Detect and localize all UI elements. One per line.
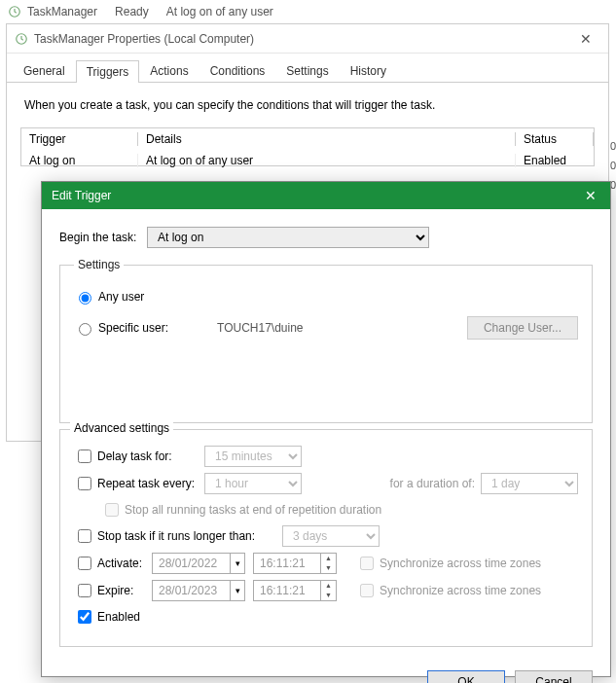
cancel-button[interactable]: Cancel — [515, 670, 593, 683]
repeat-row: Repeat task every: 1 hour for a duration… — [74, 473, 578, 494]
ok-button[interactable]: OK — [427, 670, 505, 683]
specific-user-value: TOUCH17\duine — [217, 321, 304, 335]
expire-sync-label: Synchronize across time zones — [380, 584, 541, 597]
change-user-button[interactable]: Change User... — [467, 316, 578, 340]
activate-time-input[interactable] — [253, 553, 321, 574]
dialog-buttons: OK Cancel — [42, 661, 610, 683]
delay-label: Delay task for: — [97, 449, 204, 463]
expire-time-box: ▲▼ — [253, 580, 337, 601]
duration-select[interactable]: 1 day — [481, 473, 578, 494]
stop-all-row: Stop all running tasks at end of repetit… — [74, 500, 578, 520]
activate-sync-checkbox[interactable] — [360, 557, 374, 570]
expire-row: Expire: ▾ ▲▼ Synchronize across time zon… — [74, 580, 578, 601]
tab-triggers[interactable]: Triggers — [76, 60, 140, 83]
chevron-down-icon[interactable]: ▾ — [230, 580, 245, 601]
enabled-checkbox[interactable] — [78, 610, 91, 624]
dialog-body: Begin the task: At log on Settings Any u… — [42, 209, 610, 661]
expire-date-combo[interactable]: ▾ — [152, 580, 245, 601]
col-status[interactable]: Status — [516, 132, 594, 146]
app-name-text: TaskManager — [27, 5, 97, 18]
stop-all-checkbox[interactable] — [105, 503, 119, 517]
repeat-checkbox[interactable] — [78, 477, 91, 490]
table-row[interactable]: At log on At log on of any user Enabled — [21, 150, 594, 171]
begin-task-label: Begin the task: — [59, 231, 147, 244]
time-spinner[interactable]: ▲▼ — [321, 580, 337, 601]
cell-trigger: At log on — [21, 154, 138, 167]
scheduler-topbar: TaskManager Ready At log on of any user — [0, 0, 616, 23]
clock-gear-icon — [8, 5, 21, 18]
triggers-table: Trigger Details Status At log on At log … — [20, 127, 595, 166]
expire-label: Expire: — [97, 584, 152, 597]
tab-strip: General Triggers Actions Conditions Sett… — [7, 54, 608, 83]
stop-all-label: Stop all running tasks at end of repetit… — [125, 503, 381, 517]
activate-time-box: ▲▼ — [253, 553, 337, 574]
dialog-title: Edit Trigger — [52, 189, 111, 202]
any-user-row: Any user — [74, 289, 578, 305]
properties-titlebar[interactable]: TaskManager Properties (Local Computer) … — [7, 24, 608, 54]
edit-trigger-dialog: Edit Trigger ✕ Begin the task: At log on… — [41, 181, 611, 677]
expire-sync-checkbox[interactable] — [360, 584, 374, 597]
tab-conditions[interactable]: Conditions — [199, 59, 276, 82]
tab-general[interactable]: General — [13, 59, 76, 82]
stop-if-row: Stop task if it runs longer than: 3 days — [74, 525, 578, 547]
specific-user-row: Specific user: TOUCH17\duine Change User… — [74, 316, 578, 340]
advanced-fieldset: Advanced settings Delay task for: 15 min… — [59, 429, 593, 647]
tab-actions[interactable]: Actions — [139, 59, 199, 82]
repeat-select[interactable]: 1 hour — [204, 473, 302, 494]
stop-if-checkbox[interactable] — [78, 529, 91, 543]
close-icon[interactable]: ✕ — [571, 31, 600, 47]
expire-date-input[interactable] — [152, 580, 230, 601]
delay-select[interactable]: 15 minutes — [204, 446, 302, 467]
expire-checkbox[interactable] — [78, 584, 91, 597]
col-details[interactable]: Details — [138, 132, 516, 146]
time-spinner[interactable]: ▲▼ — [321, 553, 337, 574]
clock-gear-icon — [15, 32, 28, 46]
activate-label: Activate: — [97, 557, 152, 570]
specific-user-radio[interactable] — [79, 323, 91, 336]
expire-time-input[interactable] — [253, 580, 321, 601]
repeat-label: Repeat task every: — [97, 477, 204, 490]
chevron-down-icon[interactable]: ▾ — [230, 553, 245, 574]
properties-body: When you create a task, you can specify … — [7, 83, 608, 176]
properties-title: TaskManager Properties (Local Computer) — [34, 32, 254, 46]
tab-settings[interactable]: Settings — [275, 59, 339, 82]
any-user-label: Any user — [98, 290, 144, 304]
settings-fieldset: Settings Any user Specific user: TOUCH17… — [59, 258, 593, 423]
activate-date-input[interactable] — [152, 553, 230, 574]
delay-checkbox[interactable] — [78, 449, 91, 463]
col-trigger[interactable]: Trigger — [21, 132, 138, 146]
enabled-row: Enabled — [74, 607, 578, 627]
app-name: TaskManager — [8, 5, 97, 18]
begin-task-select[interactable]: At log on — [147, 227, 429, 248]
topbar-trigger-summary: At log on of any user — [166, 5, 273, 18]
stop-if-label: Stop task if it runs longer than: — [97, 529, 282, 543]
enabled-label: Enabled — [97, 610, 140, 624]
close-icon[interactable]: ✕ — [581, 188, 600, 203]
tab-history[interactable]: History — [340, 59, 397, 82]
cell-details: At log on of any user — [138, 154, 516, 167]
dialog-titlebar[interactable]: Edit Trigger ✕ — [42, 182, 610, 209]
any-user-radio[interactable] — [79, 292, 91, 305]
duration-label: for a duration of: — [390, 477, 475, 490]
delay-row: Delay task for: 15 minutes — [74, 446, 578, 467]
activate-row: Activate: ▾ ▲▼ Synchronize across time z… — [74, 553, 578, 574]
activate-date-combo[interactable]: ▾ — [152, 553, 245, 574]
settings-legend: Settings — [74, 258, 124, 271]
cell-status: Enabled — [516, 154, 594, 167]
activate-sync-label: Synchronize across time zones — [380, 557, 541, 570]
specific-user-label: Specific user: — [98, 321, 168, 335]
begin-task-row: Begin the task: At log on — [59, 227, 593, 248]
activate-checkbox[interactable] — [78, 557, 91, 570]
app-state: Ready — [115, 5, 149, 18]
advanced-legend: Advanced settings — [70, 421, 173, 435]
triggers-intro: When you create a task, you can specify … — [24, 98, 591, 112]
table-header: Trigger Details Status — [21, 128, 594, 150]
stop-if-select[interactable]: 3 days — [282, 525, 380, 547]
